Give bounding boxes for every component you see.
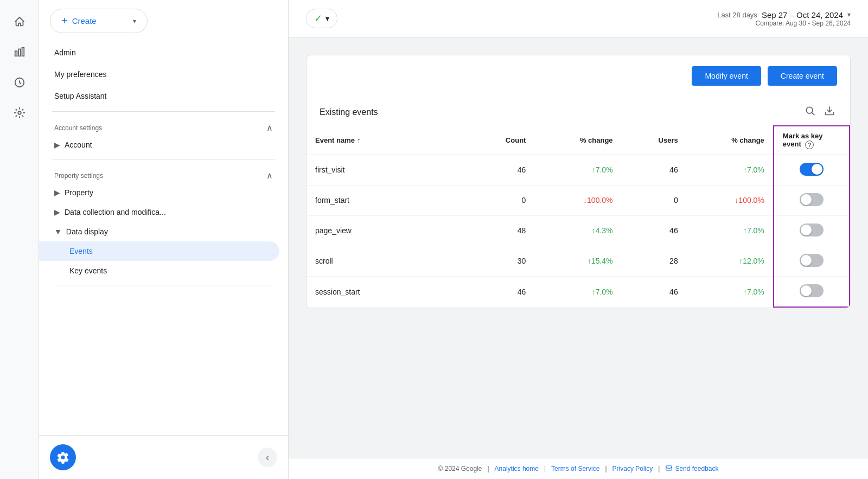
sidebar-item-account[interactable]: ▶ Account: [39, 135, 288, 155]
property-label: Property: [65, 188, 93, 197]
create-event-button[interactable]: Create event: [768, 66, 837, 86]
bar-chart-icon[interactable]: [7, 39, 33, 65]
create-caret-icon: ▾: [133, 17, 136, 25]
collapse-sidebar-button[interactable]: ‹: [258, 448, 277, 467]
terms-link[interactable]: Terms of Service: [551, 465, 599, 472]
sidebar: + Create ▾ Admin My preferences Setup As…: [39, 0, 289, 479]
th-event-name: Event name ↑: [307, 126, 469, 155]
sidebar-item-data-display[interactable]: ▼ Data display: [39, 222, 288, 241]
toggle-thumb: [812, 164, 822, 175]
th-change2: % change: [687, 126, 774, 155]
home-icon[interactable]: [7, 9, 33, 35]
sidebar-divider-3: [52, 285, 275, 285]
sidebar-child-key-events[interactable]: Key events: [39, 261, 288, 280]
sidebar-item-preferences[interactable]: My preferences: [39, 63, 288, 85]
privacy-link[interactable]: Privacy Policy: [612, 465, 653, 472]
property-settings-header: Property settings ∧: [39, 164, 288, 183]
sidebar-item-property[interactable]: ▶ Property: [39, 183, 288, 202]
key-events-child-label: Key events: [69, 266, 107, 275]
data-display-expand-icon: ▼: [54, 227, 62, 236]
events-table: Event name ↑ Count % change Users % chan…: [307, 125, 850, 308]
topbar: ✓ ▾ Last 28 days Sep 27 – Oct 24, 2024 ▾…: [289, 0, 868, 37]
sidebar-child-events[interactable]: Events: [39, 241, 279, 261]
data-collection-label: Data collection and modifica...: [65, 208, 166, 216]
analytics-home-link[interactable]: Analytics home: [495, 465, 539, 472]
check-icon: ✓: [314, 12, 322, 24]
sidebar-menu: Admin My preferences Setup Assistant Acc…: [39, 42, 288, 435]
toggle-thumb: [801, 225, 812, 235]
compare-label: Compare: Aug 30 - Sep 26, 2024: [756, 20, 851, 27]
events-child-label: Events: [69, 247, 93, 256]
events-card-header: Modify event Create event: [307, 55, 850, 94]
main: ✓ ▾ Last 28 days Sep 27 – Oct 24, 2024 ▾…: [289, 0, 868, 479]
account-expand-icon: ▶: [54, 140, 60, 149]
gear-button[interactable]: [50, 444, 76, 470]
insights-icon[interactable]: [7, 69, 33, 95]
account-settings-label: Account settings: [54, 124, 102, 132]
table-header-row: Existing events: [307, 94, 850, 125]
th-change1: % change: [534, 126, 621, 155]
sort-icon: ↑: [357, 136, 361, 144]
svg-line-6: [812, 113, 815, 116]
account-settings-caret-icon[interactable]: ∧: [266, 123, 273, 133]
property-settings-caret-icon[interactable]: ∧: [266, 170, 273, 181]
svg-rect-0: [15, 51, 17, 56]
sidebar-divider-2: [52, 159, 275, 159]
feedback-icon: [665, 465, 673, 472]
date-caret-icon[interactable]: ▾: [847, 11, 851, 18]
footer: © 2024 Google | Analytics home | Terms o…: [289, 458, 868, 479]
create-label: Create: [72, 16, 97, 25]
th-key-event: Mark as key event ?: [774, 126, 850, 155]
property-expand-icon: ▶: [54, 188, 60, 197]
nav-rail: [0, 0, 39, 479]
modify-event-button[interactable]: Modify event: [692, 66, 761, 86]
toggle-thumb: [801, 285, 812, 296]
help-icon[interactable]: ?: [805, 140, 814, 149]
create-button[interactable]: + Create ▾: [50, 9, 148, 33]
table-row: session_start: [307, 276, 469, 307]
content-area: Modify event Create event Existing event…: [289, 37, 868, 458]
search-table-button[interactable]: [802, 103, 818, 121]
svg-point-4: [18, 111, 21, 114]
date-range-block: Last 28 days Sep 27 – Oct 24, 2024 ▾ Com…: [717, 10, 851, 27]
data-collection-expand-icon: ▶: [54, 208, 60, 216]
key-event-toggle[interactable]: [800, 254, 824, 267]
svg-rect-1: [18, 49, 21, 56]
status-filter[interactable]: ✓ ▾: [306, 9, 337, 28]
header-actions: Modify event Create event: [692, 66, 837, 86]
key-event-toggle[interactable]: [800, 193, 824, 206]
account-settings-header: Account settings ∧: [39, 116, 288, 135]
feedback-link[interactable]: Send feedback: [675, 465, 718, 472]
key-event-toggle[interactable]: [800, 163, 824, 176]
account-label: Account: [65, 140, 92, 149]
date-range-label: Sep 27 – Oct 24, 2024: [762, 10, 843, 20]
feedback-section: Send feedback: [665, 465, 718, 472]
download-table-button[interactable]: [822, 103, 837, 121]
sidebar-item-data-collection[interactable]: ▶ Data collection and modifica...: [39, 202, 288, 222]
data-display-label: Data display: [66, 227, 108, 236]
table-icons: [802, 103, 837, 121]
table-row: form_start: [307, 185, 469, 215]
toggle-thumb: [801, 194, 812, 205]
collapse-icon: ‹: [266, 452, 269, 463]
sidebar-item-setup[interactable]: Setup Assistant: [39, 85, 288, 107]
campaign-icon[interactable]: [7, 100, 33, 126]
sidebar-item-admin[interactable]: Admin: [39, 42, 288, 63]
sidebar-divider-1: [52, 111, 275, 112]
existing-events-title: Existing events: [320, 107, 378, 117]
plus-icon: +: [61, 15, 68, 27]
th-users: Users: [622, 126, 687, 155]
th-count: Count: [469, 126, 534, 155]
status-pill[interactable]: ✓ ▾: [306, 9, 337, 28]
sidebar-top: + Create ▾: [39, 0, 288, 42]
sidebar-bottom: ‹: [39, 435, 288, 479]
svg-rect-2: [22, 48, 24, 56]
key-event-toggle[interactable]: [800, 223, 824, 237]
property-settings-label: Property settings: [54, 172, 103, 180]
status-caret-icon: ▾: [326, 14, 329, 23]
key-event-toggle[interactable]: [800, 284, 824, 297]
last-28-days-label: Last 28 days: [717, 11, 757, 19]
table-row: scroll: [307, 246, 469, 276]
events-card: Modify event Create event Existing event…: [306, 55, 851, 308]
copyright: © 2024 Google: [438, 465, 482, 472]
